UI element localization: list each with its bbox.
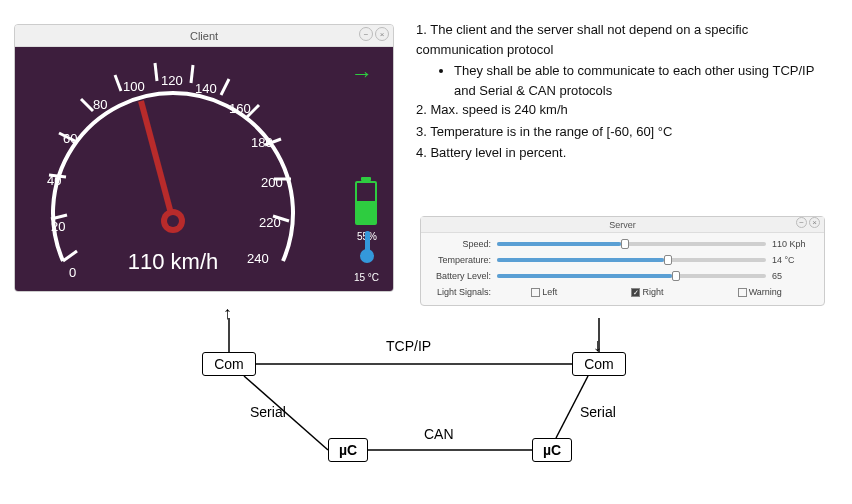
speed-readout: 110 km/h <box>23 249 323 275</box>
temp-slider[interactable] <box>497 258 766 262</box>
label-serial-left: Serial <box>250 404 286 420</box>
temp-readout: 15 °C <box>354 272 379 283</box>
architecture-diagram: ↑ ↓ Com Com µC µC TCP/IP CAN Serial Seri… <box>0 310 852 500</box>
label-batt: Battery Level: <box>429 271 497 281</box>
uc-node-right: µC <box>532 438 572 462</box>
batt-value: 65 <box>772 271 816 281</box>
speed-slider[interactable] <box>497 242 766 246</box>
close-button[interactable]: × <box>809 217 820 228</box>
minimize-button[interactable]: − <box>359 27 373 41</box>
arrow-up-icon: ↑ <box>223 304 232 322</box>
req-1-bullet: They shall be able to communicate to eac… <box>454 61 836 100</box>
checkbox-right[interactable]: ✓Right <box>631 287 663 297</box>
req-4: 4. Battery level in percent. <box>416 143 836 163</box>
label-can: CAN <box>424 426 454 442</box>
checkbox-warning[interactable]: Warning <box>738 287 782 297</box>
req-1: 1. The client and the server shall not d… <box>416 20 836 59</box>
label-temp: Temperature: <box>429 255 497 265</box>
server-window: Server − × Speed: 110 Kph Temperature: 1… <box>420 216 825 306</box>
server-title: Server <box>609 220 636 230</box>
label-speed: Speed: <box>429 239 497 249</box>
speed-gauge: 0 20 40 60 80 100 120 140 160 180 200 22… <box>23 51 323 291</box>
right-turn-indicator-icon: → <box>351 61 373 87</box>
label-signals: Light Signals: <box>429 287 497 297</box>
uc-node-left: µC <box>328 438 368 462</box>
minimize-button[interactable]: − <box>796 217 807 228</box>
close-button[interactable]: × <box>375 27 389 41</box>
label-serial-right: Serial <box>580 404 616 420</box>
checkbox-left[interactable]: Left <box>531 287 557 297</box>
client-body: 0 20 40 60 80 100 120 140 160 180 200 22… <box>15 47 393 291</box>
req-3: 3. Temperature is in the range of [-60, … <box>416 122 836 142</box>
battery-icon <box>355 177 377 225</box>
label-tcpip: TCP/IP <box>386 338 431 354</box>
thermometer-icon <box>359 233 375 263</box>
com-node-right: Com <box>572 352 626 376</box>
client-window: Client − × <box>14 24 394 292</box>
requirements-text: 1. The client and the server shall not d… <box>416 20 836 165</box>
temp-value: 14 °C <box>772 255 816 265</box>
batt-slider[interactable] <box>497 274 766 278</box>
speed-value: 110 Kph <box>772 239 816 249</box>
gauge-icon <box>23 24 323 241</box>
req-2: 2. Max. speed is 240 km/h <box>416 100 836 120</box>
server-titlebar: Server − × <box>421 217 824 233</box>
com-node-left: Com <box>202 352 256 376</box>
